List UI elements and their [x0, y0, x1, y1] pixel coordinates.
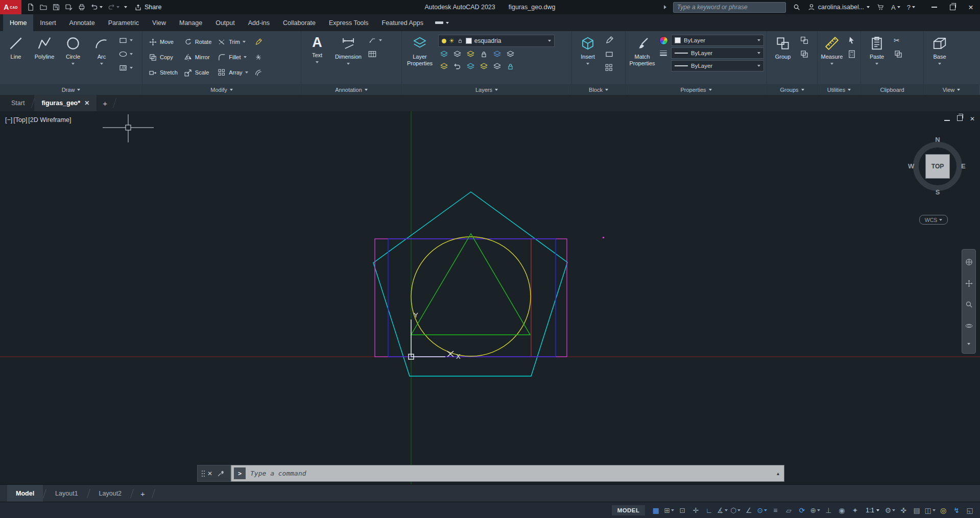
insert-button[interactable]: Insert	[573, 32, 602, 83]
new-layout-button[interactable]: +	[134, 485, 152, 502]
command-prompt-icon[interactable]: >	[234, 467, 246, 479]
model-tab[interactable]: Model	[7, 485, 43, 502]
leader-button[interactable]	[366, 34, 384, 46]
scale-button[interactable]: Scale	[181, 66, 214, 79]
utilities-panel-label[interactable]: Utilities	[818, 84, 861, 95]
offset-button[interactable]	[252, 66, 265, 79]
lineweight-icon[interactable]	[658, 48, 668, 58]
line-button[interactable]: Line	[2, 32, 30, 83]
polyline-button[interactable]: Polyline	[30, 32, 59, 83]
tab-featured-apps[interactable]: Featured Apps	[375, 14, 430, 31]
account-button[interactable]: carolina.isabel...	[807, 3, 870, 11]
draw-panel-label[interactable]: Draw	[0, 84, 142, 95]
layer-unlock-button[interactable]	[505, 61, 516, 71]
measure-button[interactable]: Measure	[819, 32, 845, 83]
view-cube[interactable]: N W E S TOP	[907, 136, 968, 200]
lineweight-toggle[interactable]: ≡	[769, 504, 781, 516]
app-store-cart-icon[interactable]	[876, 3, 885, 11]
layer-on-all-button[interactable]	[491, 61, 503, 71]
pentagon-shape[interactable]	[373, 192, 567, 376]
group-button[interactable]: Group	[769, 32, 797, 83]
explode-button[interactable]	[252, 51, 265, 64]
object-color-dropdown[interactable]: ByLayer	[671, 35, 764, 46]
tab-output[interactable]: Output	[209, 14, 242, 31]
magenta-rectangle[interactable]	[375, 239, 567, 357]
viewport-view-control[interactable]: [Top]	[13, 116, 27, 124]
layer-freeze-button[interactable]	[465, 49, 476, 59]
arc-button[interactable]: Arc	[87, 32, 116, 83]
isometric-drafting-toggle[interactable]: ⬡	[729, 504, 742, 516]
group-edit-button[interactable]	[798, 48, 810, 60]
layer-color-swatch[interactable]	[466, 38, 472, 44]
clean-screen-toggle[interactable]: ◱	[964, 504, 976, 516]
copy-button[interactable]: Copy	[146, 51, 180, 64]
green-triangle[interactable]	[411, 234, 530, 335]
navigation-wheel-icon[interactable]	[965, 258, 973, 266]
text-button[interactable]: A Text	[303, 32, 331, 83]
command-line-grip[interactable]	[202, 471, 203, 472]
window-restore-button[interactable]	[943, 0, 962, 14]
window-minimize-button[interactable]	[925, 0, 943, 14]
orbit-icon[interactable]	[965, 322, 973, 330]
view-cube-west[interactable]: W	[908, 162, 914, 170]
annotation-monitor-toggle[interactable]: ✜	[897, 504, 910, 516]
viewport-restore-icon[interactable]	[957, 115, 963, 122]
ucs-icon[interactable]: Y X	[409, 311, 461, 360]
dimension-button[interactable]: Dimension	[331, 32, 365, 83]
tab-insert[interactable]: Insert	[33, 14, 62, 31]
edit-attribute-button[interactable]	[603, 34, 615, 46]
search-input[interactable]	[673, 2, 786, 13]
layer-dropdown[interactable]: ☀ esquadria	[438, 35, 555, 47]
qat-customize-button[interactable]	[124, 6, 127, 8]
drawing-area[interactable]: Y X [−] [Top] [2D Wireframe] ✕ N W E S T…	[0, 111, 980, 484]
infer-constraints-toggle[interactable]: ⊡	[676, 504, 688, 516]
mirror-button[interactable]: Mirror	[181, 51, 214, 64]
layer-lock-button[interactable]	[478, 49, 489, 59]
rotate-button[interactable]: Rotate	[181, 35, 214, 48]
object-color-icon[interactable]	[658, 36, 668, 45]
help-button[interactable]: ?	[907, 4, 915, 11]
table-button[interactable]	[366, 48, 384, 60]
object-snap-toggle[interactable]: ⊙	[756, 504, 768, 516]
view-cube-east[interactable]: E	[961, 162, 966, 170]
tab-collaborate[interactable]: Collaborate	[276, 14, 322, 31]
layer-properties-button[interactable]: Layer Properties	[403, 32, 436, 83]
yellow-circle[interactable]	[411, 237, 531, 356]
create-block-button[interactable]	[603, 48, 615, 60]
tab-express-tools[interactable]: Express Tools	[322, 14, 375, 31]
layer-make-current-button[interactable]	[438, 61, 449, 71]
erase-button[interactable]	[252, 35, 265, 48]
file-tab-start[interactable]: Start	[4, 95, 32, 111]
polar-tracking-toggle[interactable]: ∡	[716, 504, 728, 516]
save-button[interactable]	[52, 3, 60, 11]
navbar-more-icon[interactable]	[967, 343, 970, 345]
quick-properties-toggle[interactable]: ▤	[911, 504, 923, 516]
tab-parametric[interactable]: Parametric	[102, 14, 146, 31]
layer-on-icon[interactable]	[442, 39, 446, 43]
window-close-button[interactable]: ✕	[962, 0, 980, 14]
viewport-minimize-icon[interactable]	[944, 115, 950, 122]
grid-display-toggle[interactable]: ▦	[650, 504, 662, 516]
paste-button[interactable]: Paste	[863, 32, 891, 83]
tab-manage[interactable]: Manage	[173, 14, 209, 31]
snap-mode-toggle[interactable]: ⊞	[663, 504, 675, 516]
autodesk-app-menu[interactable]: A	[891, 4, 900, 11]
rectangle-button[interactable]	[117, 34, 134, 46]
view-panel-label[interactable]: View	[924, 84, 979, 95]
ortho-mode-toggle[interactable]: ∟	[703, 504, 715, 516]
search-icon[interactable]	[793, 3, 801, 11]
wcs-dropdown[interactable]: WCS	[919, 215, 948, 225]
modify-panel-label[interactable]: Modify	[142, 84, 301, 95]
viewport-minimize-control[interactable]: [−]	[5, 116, 12, 124]
circle-button[interactable]: Circle	[59, 32, 87, 83]
customize-wrench-icon[interactable]	[217, 470, 225, 477]
command-input[interactable]: > Type a command ▴	[231, 465, 784, 482]
zoom-icon[interactable]	[965, 300, 973, 309]
layer-unisolate-button[interactable]	[505, 49, 516, 59]
plot-button[interactable]	[78, 3, 86, 11]
trim-button[interactable]: Trim	[215, 35, 250, 48]
annotation-scale-button[interactable]: 1:1	[862, 504, 883, 516]
base-button[interactable]: Base	[925, 32, 954, 83]
groups-panel-label[interactable]: Groups	[767, 84, 817, 95]
annotation-autoscale-toggle[interactable]: ✦	[849, 504, 861, 516]
